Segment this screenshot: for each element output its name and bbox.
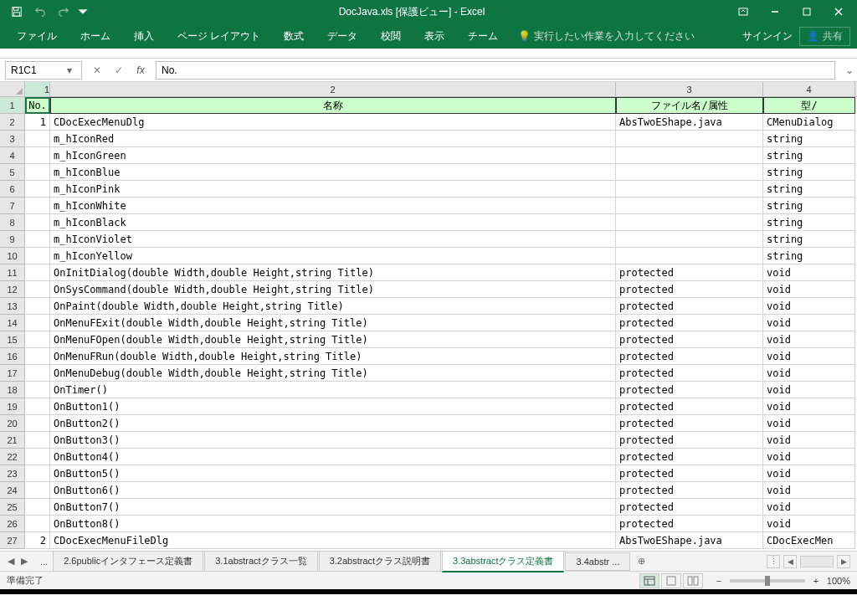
cell-name[interactable]: OnMenuFExit(double Width,double Height,s… <box>50 315 616 331</box>
cell-type[interactable]: void <box>763 516 855 532</box>
cell-name[interactable]: m_hIconBlue <box>50 164 616 181</box>
cell-no[interactable] <box>25 298 50 315</box>
cell-name[interactable]: OnInitDialog(double Width,double Height,… <box>50 264 616 281</box>
row-header[interactable]: 19 <box>0 398 25 415</box>
hscroll-splitter[interactable]: ⋮ <box>767 555 780 568</box>
cell-no[interactable] <box>25 499 50 516</box>
cell-no[interactable] <box>25 248 50 264</box>
cell-name[interactable]: m_hIconGreen <box>50 147 616 164</box>
cell-no[interactable] <box>25 231 50 248</box>
cell-name[interactable]: OnMenuFOpen(double Width,double Height,s… <box>50 331 616 348</box>
view-normal-button[interactable] <box>639 573 659 588</box>
select-all-button[interactable] <box>0 82 25 96</box>
cell-no[interactable] <box>25 181 50 198</box>
cell-name[interactable]: m_hIconViolet <box>50 231 616 248</box>
cell-no[interactable] <box>25 214 50 231</box>
cell-no[interactable] <box>25 264 50 281</box>
cell-no[interactable] <box>25 415 50 432</box>
cell-file[interactable] <box>616 214 763 231</box>
cell-file[interactable]: protected <box>616 465 763 482</box>
cell-name[interactable]: OnSysCommand(double Width,double Height,… <box>50 281 616 298</box>
sheet-tab-s1[interactable]: 2.6publicインタフェース定義書 <box>53 551 203 572</box>
row-header[interactable]: 25 <box>0 499 25 516</box>
cell-type[interactable]: string <box>763 164 855 181</box>
cell-type[interactable]: void <box>763 264 855 281</box>
zoom-in-button[interactable]: + <box>810 576 822 586</box>
row-header[interactable]: 17 <box>0 365 25 382</box>
cell-file[interactable]: protected <box>616 382 763 398</box>
cell-no[interactable] <box>25 348 50 365</box>
sheet-tab-s3[interactable]: 3.2abstractクラス説明書 <box>319 551 441 572</box>
cell-file[interactable]: protected <box>616 365 763 382</box>
tab-view[interactable]: 表示 <box>414 24 454 48</box>
cell-file[interactable]: protected <box>616 415 763 432</box>
row-header[interactable]: 14 <box>0 315 25 331</box>
row-header[interactable]: 1 <box>0 97 25 114</box>
tab-review[interactable]: 校閲 <box>371 24 411 48</box>
cell-name[interactable]: OnButton7() <box>50 499 616 516</box>
row-header[interactable]: 21 <box>0 432 25 449</box>
cell-file[interactable]: protected <box>616 348 763 365</box>
cell-no[interactable] <box>25 147 50 164</box>
tab-formulas[interactable]: 数式 <box>274 24 314 48</box>
tab-team[interactable]: チーム <box>458 24 508 48</box>
cell-name[interactable]: OnButton8() <box>50 516 616 532</box>
cell-name[interactable]: OnMenuFRun(double Width,double Height,st… <box>50 348 616 365</box>
row-header[interactable]: 18 <box>0 382 25 398</box>
cell-no[interactable] <box>25 365 50 382</box>
col-header-3[interactable]: 3 <box>616 82 763 96</box>
hscroll-right[interactable]: ▶ <box>837 555 850 568</box>
hscroll-track[interactable] <box>800 556 834 567</box>
row-header[interactable]: 10 <box>0 248 25 264</box>
row-header[interactable]: 26 <box>0 516 25 532</box>
undo-button[interactable] <box>30 2 50 22</box>
hscroll-left[interactable]: ◀ <box>783 555 797 568</box>
sheet-tab-s5[interactable]: 3.4abstr ... <box>565 552 630 571</box>
view-page-layout-button[interactable] <box>661 573 681 588</box>
cell-type[interactable]: string <box>763 147 855 164</box>
zoom-out-button[interactable]: − <box>713 576 725 586</box>
tab-nav-prev[interactable]: ◀ <box>5 554 17 569</box>
enter-formula-button[interactable]: ✓ <box>109 61 129 80</box>
qat-dropdown[interactable] <box>77 2 89 22</box>
cell-name[interactable]: OnButton1() <box>50 398 616 415</box>
row-header[interactable]: 9 <box>0 231 25 248</box>
chevron-down-icon[interactable]: ▾ <box>63 64 76 76</box>
minimize-button[interactable] <box>760 2 790 22</box>
new-sheet-button[interactable]: ⊕ <box>631 556 652 567</box>
cell-header-no[interactable]: No. <box>25 97 50 114</box>
cell-header-file[interactable]: ファイル名/属性 <box>616 97 763 114</box>
cell-type[interactable]: void <box>763 449 855 465</box>
redo-button[interactable] <box>54 2 74 22</box>
row-header[interactable]: 6 <box>0 181 25 198</box>
cell-type[interactable]: void <box>763 499 855 516</box>
row-header[interactable]: 12 <box>0 281 25 298</box>
cell-no[interactable] <box>25 315 50 331</box>
tell-me-input[interactable]: 💡 実行したい作業を入力してください <box>518 29 695 44</box>
cell-file[interactable] <box>616 181 763 198</box>
cell-no[interactable]: 1 <box>25 114 50 131</box>
cell-type[interactable]: string <box>763 131 855 147</box>
cell-name[interactable]: OnButton2() <box>50 415 616 432</box>
tab-insert[interactable]: 挿入 <box>124 24 164 48</box>
row-header[interactable]: 16 <box>0 348 25 365</box>
tab-pagelayout[interactable]: ページ レイアウト <box>167 24 270 48</box>
row-header[interactable]: 15 <box>0 331 25 348</box>
expand-formula-bar-button[interactable]: ⌄ <box>842 64 857 76</box>
row-header[interactable]: 20 <box>0 415 25 432</box>
cell-no[interactable] <box>25 432 50 449</box>
cell-header-name[interactable]: 名称 <box>50 97 616 114</box>
save-button[interactable] <box>7 2 27 22</box>
cell-type[interactable]: void <box>763 465 855 482</box>
cell-type[interactable]: void <box>763 432 855 449</box>
cell-file[interactable]: protected <box>616 331 763 348</box>
cell-no[interactable] <box>25 281 50 298</box>
cell-type[interactable]: CMenuDialog <box>763 114 855 131</box>
cell-no[interactable] <box>25 164 50 181</box>
cell-name[interactable]: OnTimer() <box>50 382 616 398</box>
cell-type[interactable]: string <box>763 231 855 248</box>
cell-name[interactable]: OnButton4() <box>50 449 616 465</box>
name-box[interactable]: R1C1 ▾ <box>5 61 82 80</box>
cell-name[interactable]: OnButton6() <box>50 482 616 499</box>
cell-file[interactable] <box>616 147 763 164</box>
